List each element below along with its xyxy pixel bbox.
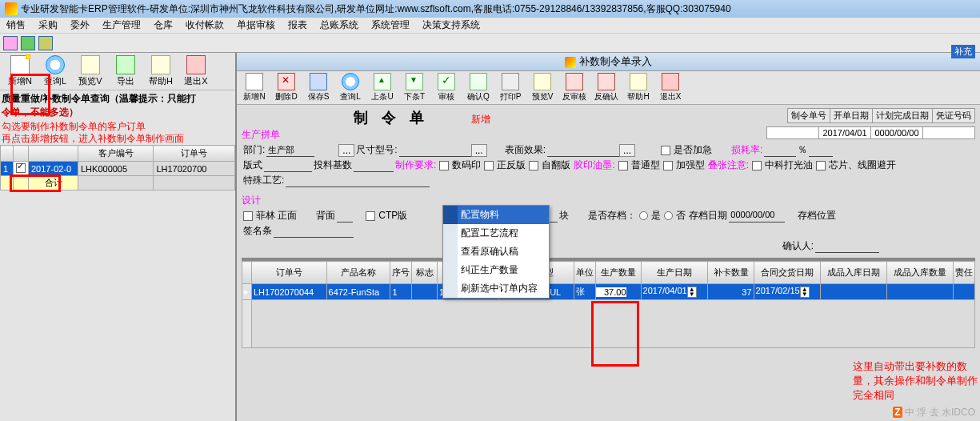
left-preview-button[interactable]: 预览V [73, 55, 108, 87]
dots-button[interactable]: ... [338, 144, 354, 157]
col-date[interactable] [29, 146, 78, 162]
qty-input[interactable] [596, 287, 626, 297]
film-checkbox[interactable] [243, 211, 253, 221]
face-field[interactable] [547, 144, 619, 157]
gc-mark[interactable]: 标志 [412, 262, 437, 284]
base-field[interactable] [354, 159, 394, 172]
hf-opendate-value[interactable]: 2017/04/01 [818, 126, 871, 139]
ink1-checkbox[interactable] [618, 161, 628, 170]
tb-delete-button[interactable]: 删除D [270, 73, 302, 102]
menu-outsource[interactable]: 委外 [64, 17, 96, 34]
back-field[interactable] [337, 210, 353, 223]
col-customer[interactable]: 客户编号 [78, 146, 154, 162]
sign-field[interactable] [274, 225, 354, 238]
cell-check[interactable] [14, 162, 29, 176]
gc-deliv[interactable]: 合同交货日期 [754, 262, 821, 284]
archdate-field[interactable]: 0000/00/00 [729, 210, 785, 223]
dept-field[interactable]: 生产部 [266, 144, 314, 157]
dots3-button[interactable]: ... [619, 144, 635, 157]
corner-badge[interactable]: 补充 [951, 45, 975, 58]
tb-confirm-button[interactable]: 确认Q [462, 73, 494, 102]
loss-field[interactable] [764, 144, 796, 157]
menu-purchase[interactable]: 采购 [32, 17, 64, 34]
grid-row[interactable]: ▸ LH1702070044 6472-FunSta 1 1702070044 … [242, 284, 975, 300]
sys-tool-2-icon[interactable] [21, 36, 35, 50]
tb-audit-button[interactable]: 审核 [430, 73, 462, 102]
grid-area: 订单号 产品名称 序号 标志 料号 规格类型 单位 生产数量 生产日期 补卡数量… [242, 258, 975, 348]
loss-field2[interactable] [809, 144, 833, 157]
gc-qty[interactable]: 生产数量 [595, 262, 641, 284]
menu-audit[interactable]: 单据审核 [230, 17, 282, 34]
hf-orderno-value[interactable] [766, 126, 819, 139]
gc-prod[interactable]: 产品名称 [326, 262, 390, 284]
col-seq[interactable] [1, 146, 14, 162]
sys-tool-3-icon[interactable] [38, 36, 53, 50]
menu-ledger[interactable]: 总账系统 [314, 17, 365, 34]
archive-yes-radio[interactable] [639, 211, 648, 220]
chip-checkbox[interactable] [816, 161, 826, 170]
tb-find-button[interactable]: 查询L [334, 73, 366, 102]
left-help-button[interactable]: 帮助H [143, 55, 178, 87]
tb-exit-button[interactable]: 退出X [654, 73, 686, 102]
tb-unconfirm-button[interactable]: 反确认 [590, 73, 622, 102]
gc-seq[interactable]: 序号 [390, 262, 412, 284]
menu-sysmgmt[interactable]: 系统管理 [365, 17, 416, 34]
gc-rep[interactable]: 补卡数量 [708, 262, 754, 284]
fb-checkbox[interactable] [484, 161, 494, 170]
left-export-button[interactable]: 导出 [108, 55, 143, 87]
menu-sales[interactable]: 销售 [0, 17, 32, 34]
tb-prev-button[interactable]: 上条U [366, 73, 398, 102]
menu-warehouse[interactable]: 仓库 [147, 17, 179, 34]
archive-no-radio[interactable] [664, 211, 673, 220]
left-new-button[interactable]: 新增N [2, 55, 38, 87]
deliv-spinner[interactable]: ▲▼ [800, 287, 810, 298]
dprint-checkbox[interactable] [439, 161, 449, 170]
ctp-checkbox[interactable] [366, 211, 375, 221]
tb-next-button[interactable]: 下条T [398, 73, 430, 102]
ctx-view-draft[interactable]: 查看原确认稿 [443, 243, 549, 261]
special-field[interactable] [286, 174, 430, 187]
urgent-checkbox[interactable] [661, 146, 670, 155]
ctx-refresh-order[interactable]: 刷新选中订单内容 [443, 279, 549, 298]
hf-plandate-value[interactable]: 0000/00/00 [870, 126, 923, 139]
delete-icon [278, 73, 295, 90]
tb-print-button[interactable]: 打印P [494, 73, 526, 102]
gv-date[interactable]: 2017/04/01▲▼ [641, 284, 708, 300]
dots2-button[interactable]: ... [471, 144, 487, 157]
ctx-config-material[interactable]: 配置物料 [443, 206, 549, 224]
gv-deliv[interactable]: 2017/02/15▲▼ [754, 284, 821, 300]
date-spinner[interactable]: ▲▼ [687, 287, 697, 298]
tb-help-button[interactable]: 帮助H [622, 73, 654, 102]
gc-resp[interactable]: 责任 [954, 262, 975, 284]
ctx-config-process[interactable]: 配置工艺流程 [443, 224, 549, 243]
ver-field[interactable] [264, 159, 312, 172]
confirmer-field[interactable] [815, 240, 879, 253]
row-checkbox[interactable] [16, 163, 26, 173]
gc-date[interactable]: 生产日期 [641, 262, 708, 284]
tb-unaudit-button[interactable]: 反审核 [558, 73, 590, 102]
gc-indate[interactable]: 成品入库日期 [821, 262, 887, 284]
col-order[interactable]: 订单号 [154, 146, 235, 162]
menu-production[interactable]: 生产管理 [96, 17, 147, 34]
gv-qty[interactable] [595, 284, 641, 300]
gc-unit[interactable]: 单位 [574, 262, 595, 284]
menu-decision[interactable]: 决策支持系统 [416, 17, 486, 34]
menu-ar-ap[interactable]: 收付帐款 [179, 17, 230, 34]
left-find-button[interactable]: 查询L [38, 55, 73, 87]
gc-order[interactable]: 订单号 [252, 262, 327, 284]
gc-inqty[interactable]: 成品入库数量 [887, 262, 954, 284]
flip-checkbox[interactable] [529, 161, 538, 170]
col-check[interactable] [14, 146, 29, 162]
menu-report[interactable]: 报表 [282, 17, 314, 34]
oil-checkbox[interactable] [752, 161, 762, 170]
tb-new-button[interactable]: 新增N [238, 73, 270, 102]
size-field[interactable] [399, 144, 471, 157]
hf-voucher-value[interactable] [922, 126, 975, 139]
tb-preview-button[interactable]: 预览V [526, 73, 558, 102]
ctx-correct-qty[interactable]: 纠正生产数量 [443, 261, 549, 279]
tb-save-button[interactable]: 保存S [302, 73, 334, 102]
ink2-checkbox[interactable] [663, 161, 673, 170]
table-row[interactable]: 1 2017-02-0 LHK000005 LH17020700 [1, 162, 235, 176]
left-exit-button[interactable]: 退出X [178, 55, 214, 87]
sys-tool-1-icon[interactable] [3, 36, 18, 50]
